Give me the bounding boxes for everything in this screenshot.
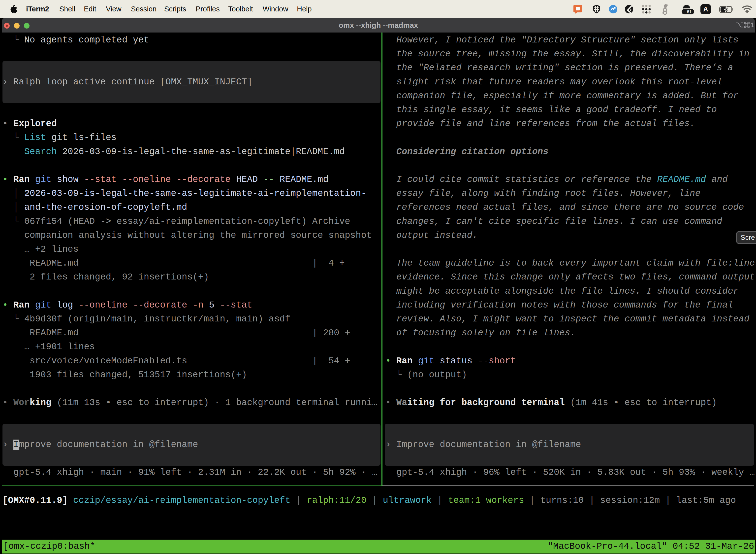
- svg-text:1: 1: [751, 22, 754, 28]
- svg-text:..61: ..61: [685, 9, 692, 14]
